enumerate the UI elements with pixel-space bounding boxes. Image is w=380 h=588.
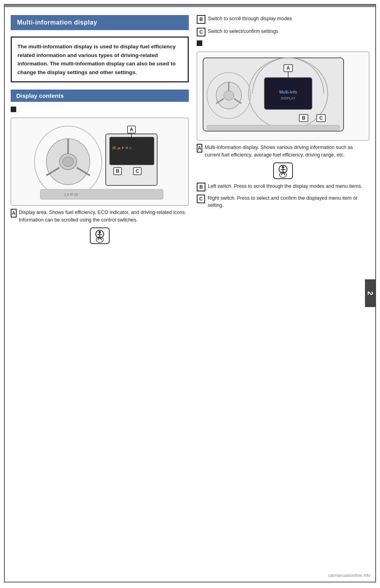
section-intro-right xyxy=(197,40,369,46)
warning-icon-right-container xyxy=(197,162,369,179)
svg-text:C: C xyxy=(319,115,323,121)
svg-text:A: A xyxy=(287,65,290,71)
section-intro xyxy=(11,107,189,112)
caption-a-left-text: Display area. Shows fuel efficiency, ECO… xyxy=(19,209,189,224)
badge-c-right: C xyxy=(197,28,205,36)
svg-text:🌿 🚗 ⬆ ⚙ ⚠: 🌿 🚗 ⬆ ⚙ ⚠ xyxy=(112,146,132,150)
caption-b-right-text: Left switch. Press to scroll through the… xyxy=(208,183,362,190)
svg-text:B: B xyxy=(116,168,120,174)
page-number: 2 xyxy=(365,279,376,307)
caption-c-right-text: Right switch. Press to select and confir… xyxy=(207,195,369,210)
caption-b-right: B Left switch. Press to scroll through t… xyxy=(197,183,369,191)
caption-a-left: A Display area. Shows fuel efficiency, E… xyxy=(11,209,189,224)
svg-text:Multi-Info: Multi-Info xyxy=(279,90,297,94)
section-title: Multi-information display xyxy=(11,15,189,30)
badge-b-right: B xyxy=(197,15,205,24)
svg-text:C: C xyxy=(136,168,139,174)
warning-icon-left xyxy=(89,227,110,244)
warning-icon-left-container xyxy=(11,227,189,244)
svg-point-6 xyxy=(63,157,74,166)
svg-text:B: B xyxy=(302,115,306,121)
right-label-c-row: C Switch to select/confirm settings xyxy=(197,28,369,36)
svg-point-49 xyxy=(282,166,284,168)
badge-a-left: A xyxy=(11,209,17,218)
badge-a-right: A xyxy=(197,144,202,153)
svg-text:DISPLAY: DISPLAY xyxy=(281,96,295,100)
svg-text:A: A xyxy=(130,127,133,132)
badge-c-caption-right: C xyxy=(197,195,205,203)
info-box-text: The multi-information display is used to… xyxy=(17,44,176,75)
info-box: The multi-information display is used to… xyxy=(11,36,189,82)
display-contents-heading: Display contents xyxy=(11,90,189,102)
bullet-square xyxy=(11,107,16,112)
left-column: Multi-information display The multi-info… xyxy=(11,15,189,248)
bullet-square-right xyxy=(197,40,202,46)
svg-point-21 xyxy=(99,231,101,233)
svg-rect-17 xyxy=(40,189,163,199)
diagram-left: 🌿 🚗 ⬆ ⚙ ⚠ A B C 1.0 /// 1 xyxy=(11,118,189,206)
svg-point-35 xyxy=(224,91,234,100)
svg-rect-46 xyxy=(207,125,340,130)
watermark: carmanualsonline.info xyxy=(328,573,370,578)
label-c-text: Switch to select/confirm settings xyxy=(208,28,278,35)
caption-c-right: C Right switch. Press to select and conf… xyxy=(197,195,369,210)
cluster-diagram-svg: Multi-Info DISPLAY A B xyxy=(201,56,348,135)
caption-a-right-text: Multi-information display. Shows various… xyxy=(205,144,369,159)
label-b-text: Switch to scroll through display modes xyxy=(208,15,292,23)
warning-icon-right xyxy=(273,162,293,179)
steering-diagram-svg: 🌿 🚗 ⬆ ⚙ ⚠ A B C 1.0 /// 1 xyxy=(21,122,179,201)
svg-text:1.0   ///   10: 1.0 /// 10 xyxy=(64,193,78,197)
right-column: B Switch to scroll through display modes… xyxy=(197,15,369,248)
badge-b-caption-right: B xyxy=(197,183,205,191)
caption-a-right: A Multi-information display. Shows vario… xyxy=(197,144,369,159)
right-label-b-row: B Switch to scroll through display modes xyxy=(197,15,369,24)
diagram-right: Multi-Info DISPLAY A B xyxy=(197,52,369,141)
page-border: 2 Multi-information display The multi-in… xyxy=(4,4,376,582)
svg-rect-8 xyxy=(110,137,154,165)
